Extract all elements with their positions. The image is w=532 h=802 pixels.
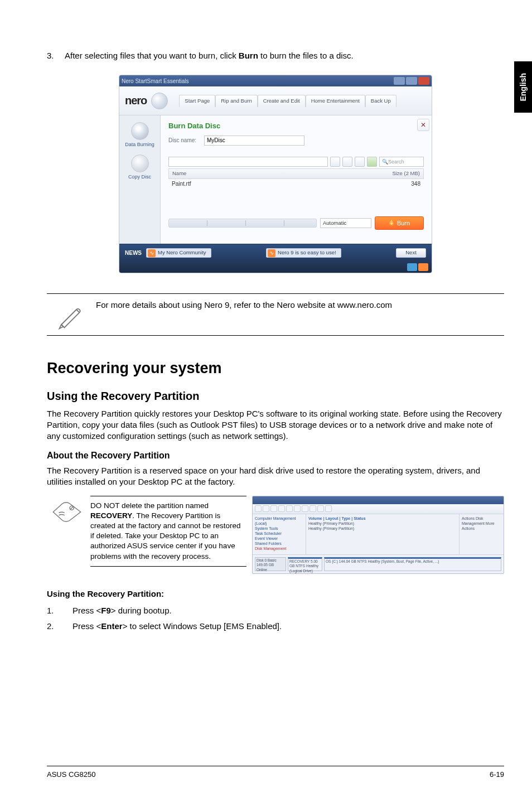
nero-orb-icon[interactable]: [151, 93, 168, 109]
warning-text: DO NOT delete the partition named RECOVE…: [90, 496, 246, 567]
step-2: 2. Press <Enter> to select Windows Setup…: [47, 621, 504, 632]
file-row[interactable]: Paint.rtf 348: [168, 179, 424, 189]
speed-combo[interactable]: Automatic: [320, 218, 371, 228]
page: English 3. After selecting files that yo…: [0, 0, 532, 802]
subsection-heading: Using the Recovery Partition: [47, 389, 504, 404]
paragraph-2: The Recovery Partition is a reserved spa…: [47, 465, 504, 488]
footer-left: ASUS CG8250: [47, 770, 95, 780]
nero-tabs: Start Page Rip and Burn Create and Edit …: [179, 95, 396, 107]
search-input[interactable]: 🔍 Search: [379, 157, 424, 167]
flame-icon: [389, 220, 394, 226]
pen-icon: [56, 299, 86, 330]
tab-backup[interactable]: Back Up: [365, 95, 396, 107]
steps-list: 1. Press <F9> during bootup. 2. Press <E…: [47, 605, 504, 632]
tab-start-page[interactable]: Start Page: [179, 95, 215, 107]
disk-label: Disk 0 Basic 149.05 GB Online: [255, 557, 286, 571]
news-pill-2[interactable]: ∿Nero 9 is so easy to use!: [266, 248, 341, 258]
col-size: Size (2 MB): [392, 170, 420, 177]
step-3: 3. After selecting files that you want t…: [47, 50, 504, 61]
vol-recovery: RECOVERY 5.00 GB NTFS Healthy (Logical D…: [288, 557, 322, 571]
hand-no-icon: [51, 499, 83, 525]
nero-main: ✕ Burn Data Disc Disc name: 🔍 Search Nam…: [161, 115, 432, 244]
sidebar-copy-disc[interactable]: Copy Disc: [119, 173, 160, 180]
mgmt-tree: Computer Management (Local) System Tools…: [253, 514, 306, 554]
paragraph-1: The Recovery Partition quickly restores …: [47, 408, 504, 442]
panel-close-icon[interactable]: ✕: [417, 119, 429, 131]
language-tab-label: English: [518, 73, 529, 102]
list-icon[interactable]: [355, 157, 365, 167]
up-icon[interactable]: [330, 157, 340, 167]
file-size: 348: [411, 180, 420, 188]
warning-block: DO NOT delete the partition named RECOVE…: [47, 496, 504, 574]
vol-os: OS (C:) 144.04 GB NTFS Healthy (System, …: [324, 557, 501, 571]
step-3-text: After selecting files that you want to b…: [65, 50, 504, 61]
file-name: Paint.rtf: [172, 180, 191, 188]
about-heading: About the Recovery Partition: [47, 450, 504, 462]
tab-home-ent[interactable]: Home Entertainment: [306, 95, 365, 107]
next-button[interactable]: Next: [396, 248, 426, 258]
rss-icon: ∿: [268, 249, 275, 257]
step-3-number: 3.: [47, 50, 65, 61]
col-name: Name: [172, 170, 186, 177]
close-button[interactable]: [418, 77, 429, 85]
nero-footer: NEWS ∿My Nero Community ∿Nero 9 is so ea…: [119, 244, 432, 262]
file-list-header: Name Size (2 MB): [168, 168, 424, 179]
language-tab: English: [514, 61, 532, 113]
footer-icon-2[interactable]: [418, 263, 428, 271]
maximize-button[interactable]: [406, 77, 417, 85]
nero-titlebar: Nero StartSmart Essentials: [119, 75, 432, 86]
disc-name-input[interactable]: [204, 136, 304, 146]
section-heading: Recovering your system: [47, 358, 504, 378]
tab-create-edit[interactable]: Create and Edit: [258, 95, 306, 107]
minimize-button[interactable]: [394, 77, 405, 85]
burn-heading: Burn Data Disc: [168, 121, 424, 131]
mgmt-volumes: Disk 0 Basic 149.05 GB Online RECOVERY 5…: [253, 554, 504, 573]
nero-ribbon: nero Start Page Rip and Burn Create and …: [119, 86, 432, 115]
path-input[interactable]: [168, 157, 328, 167]
rss-icon: ∿: [148, 249, 156, 257]
note-row: For more details about using Nero 9, ref…: [47, 293, 504, 336]
footer-icon-1[interactable]: [407, 263, 417, 271]
burn-button[interactable]: Burn: [375, 216, 424, 230]
computer-management-screenshot: Computer Management (Local) System Tools…: [252, 496, 504, 574]
mgmt-table: Volume | Layout | Type | Status Healthy …: [306, 514, 459, 554]
nero-sidebar: Data Burning Copy Disc: [119, 115, 161, 244]
disc-name-label: Disc name:: [168, 137, 201, 144]
mgmt-actions: Actions Disk Management More Actions: [459, 514, 504, 554]
nero-window: Nero StartSmart Essentials nero Start Pa…: [119, 75, 432, 273]
disc-icon[interactable]: [131, 122, 149, 140]
footer-right: 6-19: [490, 770, 504, 780]
tab-rip-burn[interactable]: Rip and Burn: [215, 95, 257, 107]
sidebar-data-burning[interactable]: Data Burning: [119, 141, 160, 148]
news-tag: NEWS: [125, 249, 142, 257]
capacity-ruler: [168, 219, 317, 228]
step-1: 1. Press <F9> during bootup.: [47, 605, 504, 616]
copy-disc-icon[interactable]: [131, 154, 149, 172]
nero-logo: nero: [125, 93, 147, 108]
page-footer: ASUS CG8250 6-19: [47, 766, 504, 780]
note-text: For more details about using Nero 9, ref…: [96, 299, 504, 311]
svg-line-1: [70, 506, 74, 509]
view-icon[interactable]: [342, 157, 352, 167]
add-icon[interactable]: [367, 157, 377, 167]
using-heading: Using the Recovery Partition:: [47, 588, 504, 600]
nero-title: Nero StartSmart Essentials: [122, 78, 189, 85]
news-pill-1[interactable]: ∿My Nero Community: [146, 248, 211, 258]
